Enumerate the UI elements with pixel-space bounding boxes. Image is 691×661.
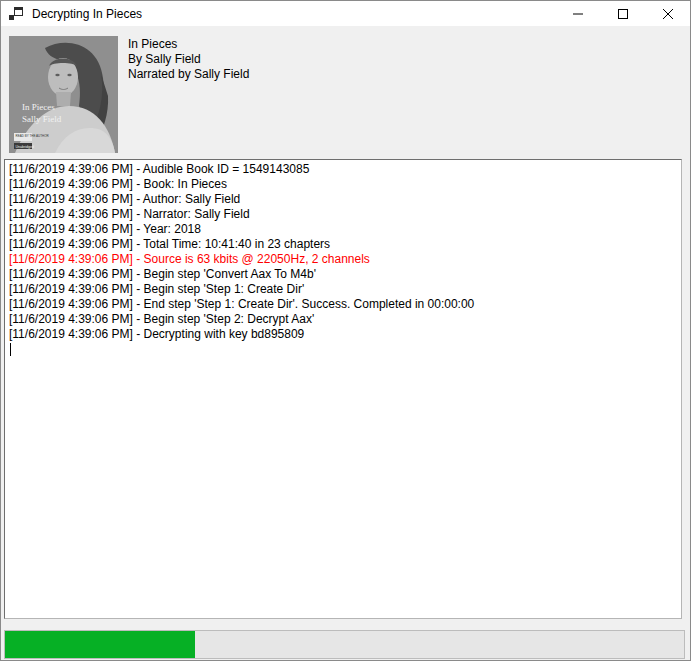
log-line: [11/6/2019 4:39:06 PM] - Author: Sally F… — [9, 192, 677, 207]
text-caret — [10, 343, 11, 356]
log-line: [11/6/2019 4:39:06 PM] - Book: In Pieces — [9, 177, 677, 192]
caption-buttons — [555, 1, 690, 26]
cover-badge-unabridged: Unabridged — [16, 145, 35, 149]
book-info: In Pieces By Sally Field Narrated by Sal… — [128, 37, 249, 82]
log-lines: [11/6/2019 4:39:06 PM] - Audible Book ID… — [9, 162, 677, 342]
log-line: [11/6/2019 4:39:06 PM] - Begin step 'Ste… — [9, 282, 677, 297]
book-cover-image: In Pieces Sally Field READ BY THE AUTHOR… — [9, 36, 118, 153]
log-line: [11/6/2019 4:39:06 PM] - Decrypting with… — [9, 327, 677, 342]
book-narrator-line: Narrated by Sally Field — [128, 67, 249, 82]
maximize-icon — [618, 9, 628, 19]
log-line: [11/6/2019 4:39:06 PM] - Narrator: Sally… — [9, 207, 677, 222]
log-line: [11/6/2019 4:39:06 PM] - Total Time: 10:… — [9, 237, 677, 252]
app-window: Decrypting In Pieces In Pie — [0, 0, 691, 661]
window-title: Decrypting In Pieces — [32, 7, 142, 21]
maximize-button[interactable] — [600, 1, 645, 26]
cover-badge-readby: READ BY THE AUTHOR — [16, 134, 50, 138]
log-line: [11/6/2019 4:39:06 PM] - Source is 63 kb… — [9, 252, 677, 267]
cover-author-text: Sally Field — [22, 114, 62, 124]
log-line: [11/6/2019 4:39:06 PM] - Begin step 'Ste… — [9, 312, 677, 327]
progress-fill — [5, 631, 195, 658]
progress-bar — [4, 630, 685, 659]
book-title: In Pieces — [128, 37, 249, 52]
minimize-button[interactable] — [555, 1, 600, 26]
app-icon[interactable] — [9, 7, 23, 20]
close-icon — [663, 9, 673, 19]
log-line: [11/6/2019 4:39:06 PM] - Begin step 'Con… — [9, 267, 677, 282]
titlebar[interactable]: Decrypting In Pieces — [1, 1, 690, 26]
log-textbox[interactable]: [11/6/2019 4:39:06 PM] - Audible Book ID… — [4, 159, 682, 619]
log-line: [11/6/2019 4:39:06 PM] - Year: 2018 — [9, 222, 677, 237]
log-line: [11/6/2019 4:39:06 PM] - Audible Book ID… — [9, 162, 677, 177]
log-line: [11/6/2019 4:39:06 PM] - End step 'Step … — [9, 297, 677, 312]
close-button[interactable] — [645, 1, 690, 26]
minimize-icon — [573, 9, 583, 19]
cover-title-text: In Pieces — [22, 102, 55, 112]
book-author-line: By Sally Field — [128, 52, 249, 67]
